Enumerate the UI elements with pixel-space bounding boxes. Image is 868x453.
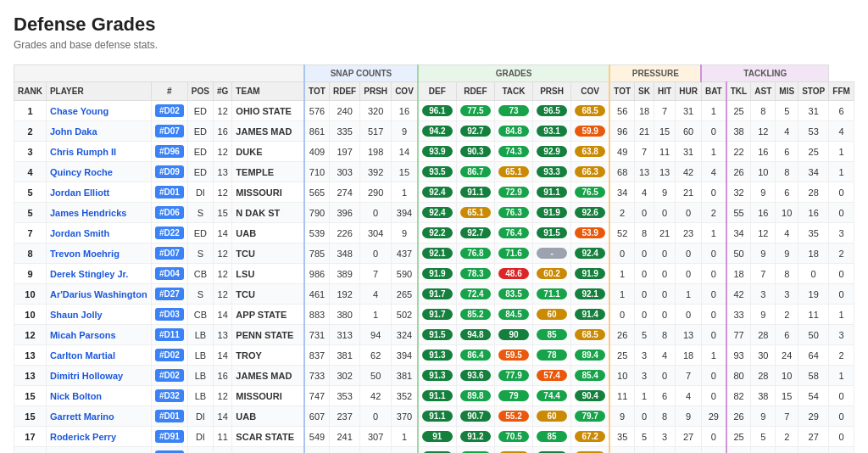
cell-ptot: 26 (609, 325, 634, 345)
cell-sk: 13 (635, 162, 654, 182)
tackling-header: TACKLING (701, 65, 828, 82)
cell-rdef-grade: 77.5 (456, 101, 494, 121)
cell-ptot: 59 (609, 447, 634, 454)
cell-rdef-grade: 86.4 (456, 345, 494, 366)
cell-cov-grade: 53.9 (571, 223, 610, 243)
cell-mis: 8 (776, 264, 798, 284)
cell-hur: 0 (676, 305, 702, 325)
cell-tack-grade: 84.8 (494, 121, 532, 142)
cell-ptot: 0 (609, 243, 634, 264)
cell-hit: 0 (654, 243, 676, 264)
cell-player[interactable]: Garrett Marino (46, 406, 151, 427)
cell-prsh: 290 (360, 182, 392, 203)
cell-player[interactable]: Micah Parsons (46, 325, 151, 345)
cell-player[interactable]: Carlton Martial (46, 345, 151, 366)
cell-cov: 502 (392, 305, 418, 325)
cell-rdef: 396 (329, 203, 359, 223)
cell-mis: 8 (776, 162, 798, 182)
cell-tot: 576 (304, 101, 329, 121)
cell-tack-grade: 77.9 (494, 366, 532, 386)
table-row: 3 Chris Rumph II #D96 ED 12 DUKE 409 197… (14, 142, 854, 162)
cell-prsh: 307 (360, 427, 392, 447)
cell-player[interactable]: Dimitri Holloway (46, 366, 151, 386)
cell-tack-grade: 64.2 (494, 447, 532, 454)
cell-player[interactable]: Curtis Weaver (46, 447, 151, 454)
cell-def-grade: 91.7 (418, 305, 457, 325)
cell-player[interactable]: Roderick Perry (46, 427, 151, 447)
cell-prsh-grade: 93.3 (533, 162, 571, 182)
cell-def-grade: 91.1 (418, 406, 457, 427)
col-prsh: PRSH (360, 82, 392, 101)
cell-hit: 7 (654, 101, 676, 121)
cell-def-grade: 91.3 (418, 366, 457, 386)
cell-player[interactable]: Jordan Elliott (46, 182, 151, 203)
cell-sk: 0 (635, 284, 654, 305)
cell-team: TCU (232, 284, 304, 305)
cell-hur: 1 (676, 284, 702, 305)
cell-stop: 16 (798, 203, 829, 223)
cell-bat: 0 (701, 386, 726, 406)
cell-team: DUKE (232, 142, 304, 162)
cell-tack-grade: 71.6 (494, 243, 532, 264)
cell-stop: 54 (798, 386, 829, 406)
cell-rdef-grade: 94.8 (456, 325, 494, 345)
cell-g: 11 (213, 427, 231, 447)
cell-sk: 3 (635, 366, 654, 386)
cell-prsh: 0 (360, 243, 392, 264)
cell-ast: 12 (751, 121, 776, 142)
cell-prsh-grade: 91.5 (533, 223, 571, 243)
cell-tkl: 77 (726, 325, 751, 345)
col-stop: STOP (798, 82, 829, 101)
cell-def-grade: 92.1 (418, 243, 457, 264)
cell-tack-grade: 70.5 (494, 427, 532, 447)
cell-cov-grade: 66.6 (571, 447, 610, 454)
cell-player[interactable]: Chris Rumph II (46, 142, 151, 162)
cell-player[interactable]: Nick Bolton (46, 386, 151, 406)
cell-rdef-grade: 72.4 (456, 284, 494, 305)
cell-prsh: 320 (360, 101, 392, 121)
col-team: TEAM (232, 82, 304, 101)
col-hit: HIT (654, 82, 676, 101)
cell-tkl: 55 (726, 203, 751, 223)
col-rdef: RDEF (329, 82, 359, 101)
col-cov: COV (392, 82, 418, 101)
cell-mis: 14 (776, 447, 798, 454)
cell-player[interactable]: Jordan Smith (46, 223, 151, 243)
table-row: 10 Ar'Darius Washington #D27 S 12 TCU 46… (14, 284, 854, 305)
cell-def-grade: 93.9 (418, 142, 457, 162)
cell-ptot: 68 (609, 162, 634, 182)
cell-cov-grade: 68.5 (571, 101, 610, 121)
cell-player[interactable]: John Daka (46, 121, 151, 142)
cell-hit: 0 (654, 203, 676, 223)
cell-player[interactable]: Derek Stingley Jr. (46, 264, 151, 284)
page-subtitle: Grades and base defense stats. (14, 39, 854, 51)
cell-rdef: 274 (329, 182, 359, 203)
cell-rank: 10 (14, 305, 47, 325)
cell-player[interactable]: Trevon Moehrig (46, 243, 151, 264)
cell-sk: 0 (635, 305, 654, 325)
cell-player[interactable]: Shaun Jolly (46, 305, 151, 325)
cell-hur: 9 (676, 406, 702, 427)
cell-player[interactable]: Ar'Darius Washington (46, 284, 151, 305)
pressure-header: PRESSURE (609, 65, 701, 82)
table-row: 12 Micah Parsons #D11 LB 13 PENN STATE 7… (14, 325, 854, 345)
cell-player[interactable]: James Hendricks (46, 203, 151, 223)
cell-ptot: 1 (609, 264, 634, 284)
cell-rank: 17 (14, 447, 47, 454)
cell-ptot: 96 (609, 121, 634, 142)
cell-cov: 9 (392, 223, 418, 243)
cell-team: LSU (232, 264, 304, 284)
cell-pos: DI (187, 427, 213, 447)
cell-ffm: 0 (829, 203, 854, 223)
cell-mis: 6 (776, 325, 798, 345)
cell-pos: LB (187, 386, 213, 406)
cell-player[interactable]: Chase Young (46, 101, 151, 121)
cell-tkl: 50 (726, 243, 751, 264)
cell-hit: 0 (654, 264, 676, 284)
cell-player[interactable]: Quincy Roche (46, 162, 151, 182)
cell-rdef: 332 (329, 447, 359, 454)
col-mis: MIS (776, 82, 798, 101)
cell-rdef: 303 (329, 162, 359, 182)
cell-ffm: 6 (829, 101, 854, 121)
cell-stop: 25 (798, 142, 829, 162)
